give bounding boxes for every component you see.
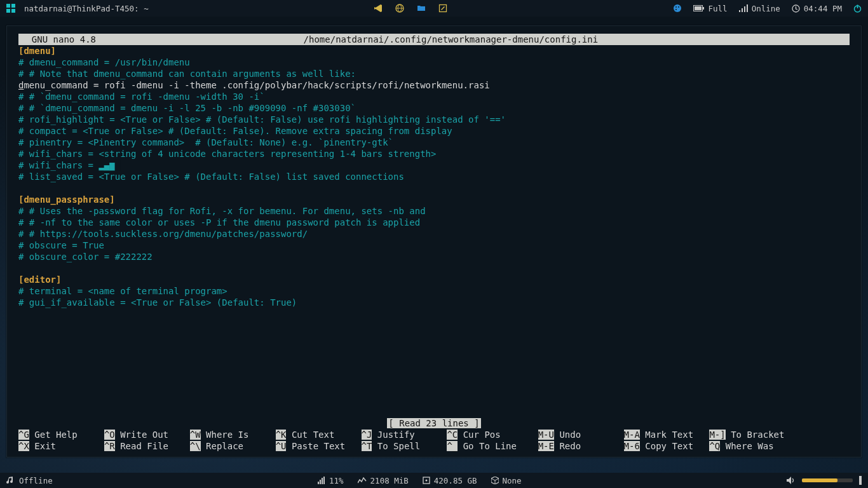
nano-app-name: GNU nano 4.8	[21, 34, 96, 45]
updates-status[interactable]: None	[491, 476, 522, 485]
network-status[interactable]: Online	[739, 4, 780, 13]
svg-rect-21	[320, 480, 321, 484]
svg-rect-23	[323, 477, 325, 484]
nano-titlebar: GNU nano 4.8 /home/natdarnai/.config/net…	[18, 34, 850, 45]
network-label: Online	[752, 4, 780, 13]
svg-rect-20	[318, 482, 319, 484]
volume-slider[interactable]	[802, 478, 853, 482]
svg-rect-16	[747, 4, 748, 12]
palette-icon[interactable]	[673, 4, 682, 13]
folder-icon[interactable]	[417, 4, 426, 13]
cpu-usage[interactable]: 11%	[318, 476, 344, 485]
svg-point-25	[425, 480, 427, 482]
svg-rect-13	[739, 10, 740, 12]
svg-rect-12	[703, 7, 704, 10]
battery-label: Full	[709, 4, 728, 13]
clock-icon	[792, 4, 800, 13]
svg-rect-1	[11, 4, 15, 8]
disk-icon	[423, 477, 430, 484]
music-status: Offline	[19, 476, 53, 485]
edit-icon[interactable]	[438, 4, 447, 13]
globe-icon[interactable]	[395, 4, 404, 13]
power-icon[interactable]	[853, 4, 862, 13]
svg-rect-11	[695, 6, 702, 10]
memory-icon	[358, 477, 367, 484]
battery-icon	[693, 5, 705, 11]
top-bar: natdarnai@ThinkPad-T450: ~ Full Online 0…	[0, 0, 868, 17]
svg-point-7	[675, 6, 677, 8]
package-icon	[491, 477, 499, 484]
shortcut-row-2: ^X Exit ^R Read File ^\ Replace ^U Paste…	[18, 440, 850, 452]
svg-rect-3	[11, 9, 15, 13]
workspace-icon[interactable]	[6, 4, 15, 13]
nano-file-path: /home/natdarnai/.config/networkmanager-d…	[304, 34, 599, 45]
clock[interactable]: 04:44 PM	[792, 4, 842, 13]
memory-usage[interactable]: 2108 MiB	[358, 476, 409, 485]
terminal-window[interactable]: GNU nano 4.8 /home/natdarnai/.config/net…	[6, 25, 862, 458]
cpu-icon	[318, 477, 325, 484]
music-icon[interactable]	[6, 477, 14, 484]
time-label: 04:44 PM	[804, 4, 842, 13]
svg-rect-15	[744, 6, 745, 12]
signal-icon	[739, 4, 748, 12]
svg-rect-2	[6, 9, 10, 13]
volume-icon[interactable]	[787, 477, 796, 484]
svg-point-6	[674, 4, 681, 12]
bottom-bar: Offline 11% 2108 MiB 420.85 GB None	[0, 473, 868, 488]
shortcut-row-1: ^G Get Help ^O Write Out ^W Where Is ^K …	[18, 429, 850, 440]
editor-area[interactable]: [dmenu]# dmenu_command = /usr/bin/dmenu#…	[18, 45, 850, 417]
svg-rect-0	[6, 4, 10, 8]
svg-point-8	[678, 6, 679, 8]
nano-status: [ Read 23 lines ]	[18, 417, 850, 429]
svg-rect-14	[742, 8, 743, 12]
vscode-icon[interactable]	[374, 4, 383, 13]
disk-usage[interactable]: 420.85 GB	[423, 476, 477, 485]
svg-rect-22	[322, 478, 323, 484]
battery-status[interactable]: Full	[693, 4, 728, 13]
svg-point-9	[675, 9, 677, 10]
volume-knob[interactable]	[859, 476, 862, 485]
window-title[interactable]: natdarnai@ThinkPad-T450: ~	[24, 4, 149, 13]
